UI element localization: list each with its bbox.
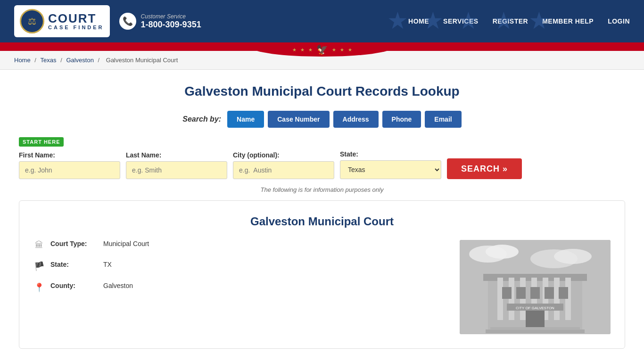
search-button[interactable]: SEARCH » — [447, 158, 522, 179]
svg-rect-23 — [490, 327, 580, 330]
cs-phone-number[interactable]: 1-800-309-9351 — [141, 20, 201, 30]
logo-emblem: ⚖ — [20, 9, 44, 33]
tab-name[interactable]: Name — [227, 111, 264, 128]
court-type-row: 🏛 Court Type: Municipal Court — [33, 240, 446, 250]
svg-rect-14 — [502, 287, 512, 299]
svg-rect-19 — [526, 311, 545, 329]
first-name-label: First Name: — [19, 151, 120, 159]
phone-icon: 📞 — [119, 13, 136, 30]
main-content: Galveston Municipal Court Records Lookup… — [0, 70, 644, 362]
search-button-label: SEARCH » — [461, 164, 508, 174]
svg-rect-17 — [545, 287, 554, 299]
court-image: CITY OF GALVESTON — [460, 240, 611, 334]
court-type-value: Municipal Court — [103, 240, 149, 247]
breadcrumb-sep3: / — [98, 57, 101, 64]
state-select[interactable]: Texas Alabama Alaska Arizona Arkansas Ca… — [340, 160, 441, 179]
svg-point-2 — [486, 245, 519, 259]
first-name-group: First Name: — [19, 151, 120, 179]
svg-text:CITY OF GALVESTON: CITY OF GALVESTON — [516, 306, 554, 310]
breadcrumb-sep1: / — [34, 57, 38, 64]
court-box-title: Galveston Municipal Court — [33, 215, 611, 228]
search-form-container: START HERE First Name: Last Name: City (… — [19, 137, 625, 179]
state-group: State: Texas Alabama Alaska Arizona Arka… — [340, 150, 441, 179]
flag-icon: 🏴 — [33, 261, 45, 272]
city-input[interactable] — [233, 161, 334, 179]
cs-label: Customer Service — [141, 13, 201, 20]
search-form: First Name: Last Name: City (optional): … — [19, 150, 625, 179]
last-name-label: Last Name: — [126, 151, 227, 159]
state-detail-value: TX — [103, 261, 112, 268]
tab-email[interactable]: Email — [425, 111, 461, 128]
map-icon: 📍 — [33, 282, 45, 293]
state-label: State: — [340, 150, 441, 158]
ribbon-star-right2: ★ — [340, 47, 344, 52]
header-left: ⚖ COURT CASE FINDER 📞 Customer Service 1… — [14, 5, 201, 37]
ribbon: ★ ★ ★ 🦅 ★ ★ ★ — [0, 42, 644, 51]
city-label: City (optional): — [233, 151, 334, 159]
nav-member-help[interactable]: MEMBER HELP — [542, 17, 594, 25]
city-group: City (optional): — [233, 151, 334, 179]
courthouse-image-svg: CITY OF GALVESTON — [460, 240, 611, 334]
breadcrumb-home[interactable]: Home — [14, 57, 31, 64]
customer-service: 📞 Customer Service 1-800-309-9351 — [119, 13, 201, 30]
building-icon: 🏛 — [33, 240, 45, 250]
info-note: The following is for information purpose… — [19, 186, 625, 193]
svg-point-4 — [554, 249, 592, 264]
breadcrumb-sep2: / — [60, 57, 64, 64]
last-name-group: Last Name: — [126, 151, 227, 179]
state-row: 🏴 State: TX — [33, 261, 446, 272]
nav-login[interactable]: LOGIN — [608, 17, 630, 25]
court-info-box: Galveston Municipal Court 🏛 Court Type: … — [19, 200, 625, 349]
svg-rect-22 — [486, 329, 585, 333]
ribbon-star-left3: ★ — [308, 47, 313, 52]
county-row: 📍 County: Galveston — [33, 282, 446, 293]
court-type-label: Court Type: — [50, 240, 98, 247]
cs-text: Customer Service 1-800-309-9351 — [141, 13, 201, 30]
county-label: County: — [50, 282, 98, 289]
court-box-content: 🏛 Court Type: Municipal Court 🏴 State: T… — [33, 240, 611, 334]
background-stars: ★ ★ ★ ★ ★ — [387, 0, 550, 34]
ribbon-star-right3: ★ — [348, 47, 352, 52]
court-details: 🏛 Court Type: Municipal Court 🏴 State: T… — [33, 240, 446, 334]
search-by-label: Search by: — [182, 115, 221, 123]
state-detail-label: State: — [50, 261, 98, 268]
start-here-badge: START HERE — [19, 137, 64, 147]
logo-case-finder-label: CASE FINDER — [48, 25, 104, 30]
breadcrumb-state[interactable]: Texas — [41, 57, 57, 64]
first-name-input[interactable] — [19, 161, 120, 179]
eagle-icon: 🦅 — [316, 44, 328, 55]
site-header: ★ ★ ★ ★ ★ ⚖ COURT CASE FINDER 📞 Customer… — [0, 0, 644, 42]
breadcrumb-court: Galveston Municipal Court — [106, 57, 178, 64]
tab-case-number[interactable]: Case Number — [268, 111, 329, 128]
last-name-input[interactable] — [126, 161, 227, 179]
logo-court-label: COURT — [48, 12, 104, 25]
logo-text: COURT CASE FINDER — [48, 12, 104, 30]
svg-rect-15 — [516, 287, 526, 299]
ribbon-star-left2: ★ — [300, 47, 305, 52]
county-value: Galveston — [103, 282, 133, 289]
tab-address[interactable]: Address — [333, 111, 379, 128]
svg-rect-16 — [530, 287, 540, 299]
breadcrumb-city[interactable]: Galveston — [66, 57, 94, 64]
ribbon-star-right1: ★ — [332, 47, 336, 52]
page-title: Galveston Municipal Court Records Lookup — [19, 84, 625, 99]
search-tabs-bar: Search by: Name Case Number Address Phon… — [19, 111, 625, 128]
logo[interactable]: ⚖ COURT CASE FINDER — [14, 5, 110, 37]
tab-phone[interactable]: Phone — [382, 111, 421, 128]
ribbon-star-left: ★ — [292, 47, 297, 52]
svg-rect-18 — [559, 287, 568, 299]
